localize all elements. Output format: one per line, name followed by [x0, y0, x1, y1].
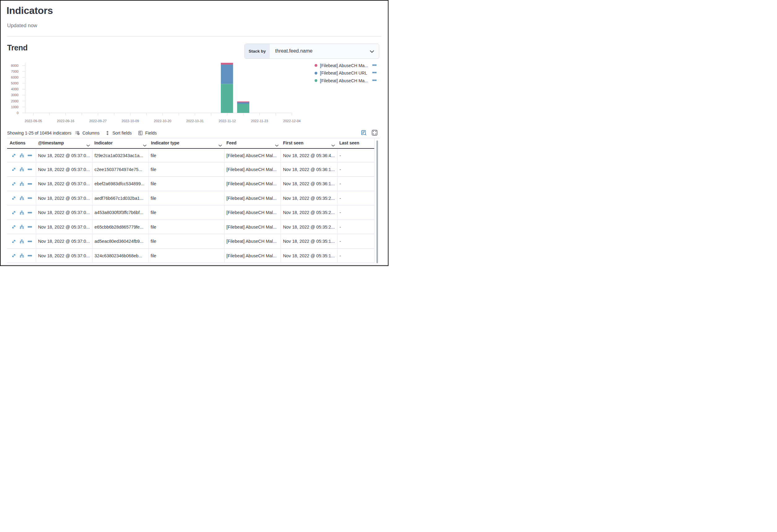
- svg-text:5000: 5000: [11, 81, 19, 85]
- svg-text:2022-09-05: 2022-09-05: [25, 119, 42, 123]
- svg-text:6000: 6000: [11, 76, 19, 79]
- svg-text:2000: 2000: [11, 99, 19, 103]
- svg-text:0: 0: [17, 111, 19, 115]
- svg-text:3000: 3000: [11, 93, 19, 97]
- svg-text:2022-09-27: 2022-09-27: [89, 119, 107, 123]
- svg-text:7000: 7000: [11, 70, 19, 73]
- svg-text:8000: 8000: [11, 64, 19, 68]
- svg-text:2022-10-31: 2022-10-31: [186, 119, 204, 123]
- svg-text:2022-09-16: 2022-09-16: [57, 119, 74, 123]
- svg-text:2022-11-12: 2022-11-12: [219, 119, 236, 123]
- svg-text:2022-12-04: 2022-12-04: [283, 119, 301, 123]
- svg-text:1000: 1000: [11, 105, 19, 109]
- svg-text:2022-10-09: 2022-10-09: [122, 119, 139, 123]
- svg-text:2022-10-20: 2022-10-20: [154, 119, 172, 123]
- svg-text:4000: 4000: [11, 87, 19, 91]
- svg-text:2022-11-23: 2022-11-23: [251, 119, 268, 123]
